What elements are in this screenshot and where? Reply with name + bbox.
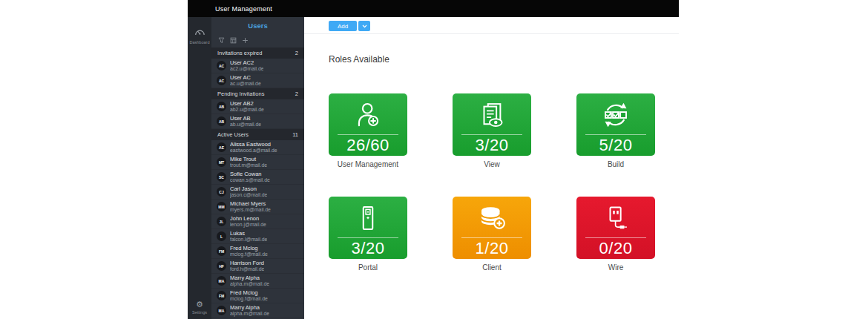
content-area: Add Roles Available 26/60User Management… [304,17,679,319]
user-name: John Lenon [230,215,266,222]
user-name: Mike Trout [230,156,267,162]
user-email: alpha.m@mail.de [230,311,269,317]
rail-item-settings[interactable]: ⚙ Settings [188,300,211,315]
user-name: Fred Mclog [230,289,268,296]
avatar: AC [217,76,226,85]
user-list-item[interactable]: AEAlissa Eastwoodeastwood.a@mail.de [211,140,304,155]
avatar: JL [217,217,226,226]
user-name: Harrison Ford [230,260,264,266]
user-list-item[interactable]: CJCarl Jasonjason.c@mail.de [211,185,304,200]
user-email: mclog.f@mail.de [230,251,268,257]
build-cycle-icon [600,93,631,134]
columns-button[interactable] [230,37,237,44]
user-list-item[interactable]: MAMarry Alphaalpha.m@mail.de [211,274,304,289]
add-user-button[interactable] [242,37,249,44]
document-view-icon [476,93,507,134]
role-tile-card: 0/20 [576,197,655,259]
user-list: Invitations expired2ACUser AC2ac2.u@mail… [211,47,304,318]
users-panel-toolbar [211,33,304,47]
user-list-item[interactable]: LLukasfalcon.l@mail.de [211,229,304,244]
avatar: MA [217,276,226,286]
user-list-item[interactable]: MTMike Trouttrout.m@mail.de [211,155,304,170]
user-name: Alissa Eastwood [230,141,277,148]
user-name: Fred Mclog [230,245,268,251]
table-icon [230,37,237,44]
avatar: AB [217,102,226,111]
gear-icon: ⚙ [196,300,203,309]
role-label: Portal [329,263,407,272]
user-email: jason.c@mail.de [230,192,267,198]
user-list-item[interactable]: JLJohn Lenonlenon.j@mail.de [211,214,304,229]
role-label: Build [576,160,655,168]
user-name: Michael Myers [230,200,271,207]
role-tile[interactable]: 1/20Client [453,197,531,272]
user-email: ab.u@mail.de [230,122,261,128]
user-section-header: Invitations expired2 [211,47,304,59]
user-name: User AB2 [230,100,264,107]
user-list-item[interactable]: ACUser ACac.u@mail.de [211,73,304,88]
role-tile[interactable]: 26/60User Management [329,93,407,168]
database-add-icon [476,197,508,237]
role-tile[interactable]: 3/20Portal [329,197,407,272]
role-tile-card: 3/20 [453,93,531,156]
role-tile[interactable]: 3/20View [453,93,531,168]
section-label: Pending Invitations [217,91,264,97]
role-label: Wire [576,263,655,272]
avatar: AE [217,142,226,152]
user-email: eastwood.a@mail.de [230,148,277,154]
section-count: 2 [295,50,298,56]
role-tile-card: 3/20 [329,197,407,259]
user-email: mclog.f@mail.de [230,296,268,302]
avatar: FM [217,246,226,256]
user-email: lenon.j@mail.de [230,222,266,228]
user-list-item[interactable]: ABUser AB2ab2.u@mail.de [211,99,304,114]
user-name: User AC2 [230,59,263,66]
role-label: User Management [329,160,407,168]
avatar: HF [217,261,226,271]
user-name: User AB [230,115,261,122]
user-name: Sofie Cowan [230,171,270,177]
user-list-item[interactable]: ABUser ABab.u@mail.de [211,114,304,129]
dashboard-icon [194,25,205,39]
role-tile[interactable]: 0/20Wire [576,197,655,272]
role-tile-card: 26/60 [329,93,407,156]
page: { "topbar": { "title": "User Management"… [0,0,868,319]
user-list-item[interactable]: MMMichael Myersmyers.m@mail.de [211,200,304,214]
role-count: 3/20 [476,135,509,156]
user-add-icon [353,93,383,134]
role-tile[interactable]: 5/20Build [576,93,655,168]
toolbar-divider [304,33,679,34]
avatar: MA [217,306,226,315]
plus-icon [242,37,249,44]
add-dropdown-button[interactable] [358,21,370,31]
role-count: 5/20 [599,135,633,156]
user-list-item[interactable]: ACUser AC2ac2.u@mail.de [211,59,304,73]
user-list-item[interactable]: SCSofie Cowancowan.s@mail.de [211,170,304,185]
section-count: 11 [292,131,298,138]
avatar: L [217,231,226,241]
page-title: Roles Available [329,54,389,65]
role-count: 3/20 [352,238,385,259]
user-list-item[interactable]: HFHarrison Fordford.h@mail.de [211,259,304,274]
role-count: 26/60 [346,135,389,156]
rail-item-dashboard[interactable]: Dashboard [188,17,211,45]
filter-button[interactable] [218,37,225,44]
user-list-item[interactable]: FMFred Mclogmclog.f@mail.de [211,289,304,303]
user-email: ac.u@mail.de [230,81,261,87]
user-email: cowan.s@mail.de [230,177,270,183]
chevron-down-icon [362,24,367,28]
user-email: ab2.u@mail.de [230,107,264,113]
nav-rail: Dashboard ⚙ Settings [188,17,211,319]
user-email: myers.m@mail.de [230,207,271,213]
filter-icon [218,37,225,44]
add-button[interactable]: Add [329,21,357,31]
role-count: 1/20 [476,238,509,259]
user-email: alpha.m@mail.de [230,281,269,287]
avatar: AC [217,61,226,70]
avatar: MM [217,202,226,211]
user-section-header: Pending Invitations2 [211,88,304,99]
role-label: Client [453,263,531,272]
wire-socket-icon [601,197,631,237]
user-list-item[interactable]: MAMarry Alphaalpha.m@mail.de [211,303,304,318]
user-list-item[interactable]: FMFred Mclogmclog.f@mail.de [211,244,304,259]
